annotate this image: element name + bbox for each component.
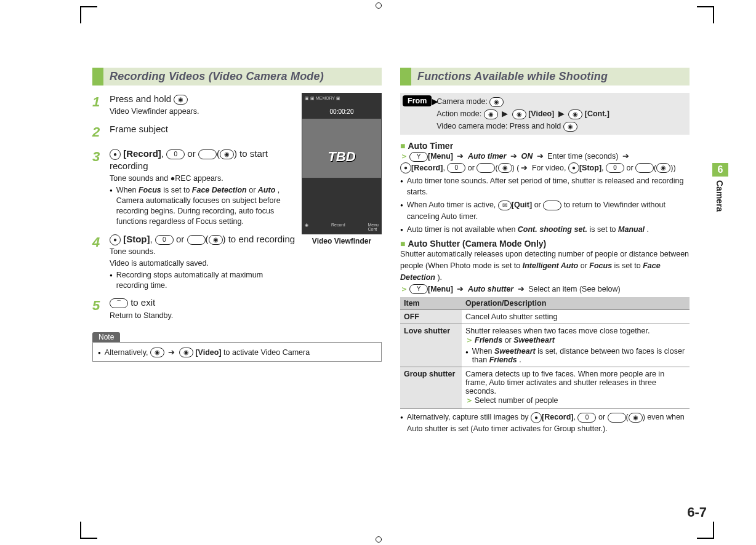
camera-key-icon: ◉ <box>174 95 188 105</box>
viewfinder-softkey-left: ◉ <box>305 223 308 231</box>
side-key-icon <box>635 163 654 173</box>
camera-key-icon: ◉ <box>656 163 670 173</box>
auto-timer-bullet-1: Auto timer tone sounds. After set period… <box>407 175 690 199</box>
heading-text: Recording Videos (Video Camera Mode) <box>103 68 382 86</box>
note-box: Alternatively, ◉ ➔ ◉ [Video] to activate… <box>92 342 382 362</box>
y-key-icon: Y <box>409 152 428 162</box>
y-key-icon: Y <box>409 284 428 294</box>
side-key-icon <box>608 413 626 423</box>
step-4-sub1: Tone sounds. <box>110 247 297 257</box>
page: Recording Videos (Video Camera Mode) ▣ ▣… <box>0 0 756 545</box>
step-5-tail: to exit <box>131 297 155 308</box>
center-key-icon: ● <box>110 149 121 160</box>
record-label: [Record] <box>123 148 161 159</box>
auto-shutter-tail: Alternatively, capture still images by ●… <box>407 412 690 435</box>
camera-key-icon: ◉ <box>498 163 512 173</box>
registration-mark <box>376 2 382 9</box>
note-label: Note <box>92 332 120 342</box>
registration-mark <box>376 536 382 543</box>
step-number: 3 <box>92 148 110 227</box>
step-2: 2 Frame subject <box>92 123 297 141</box>
viewfinder-image: ▣ ▣ MEMORY ▣ 00:00:20 TBD ◉ Record Menu … <box>302 93 382 234</box>
zero-key-icon: 0 <box>577 413 596 423</box>
table-header-desc: Operation/Description <box>462 297 690 310</box>
table-row: OFF Cancel Auto shutter setting <box>400 310 690 324</box>
zero-key-icon: 0 <box>155 235 174 245</box>
stop-label: [Stop] <box>123 234 150 244</box>
center-key-icon: ● <box>110 234 121 245</box>
heading-accent <box>92 68 103 86</box>
step-3-sub: Tone sounds and ●REC appears. <box>110 173 297 184</box>
crop-mark <box>80 538 97 539</box>
camera-key-icon: ◉ <box>484 109 498 119</box>
chapter-number: 6 <box>712 163 728 177</box>
side-key-icon <box>187 235 206 245</box>
table-row: Group shutter Camera detects up to five … <box>400 367 690 409</box>
arrow-icon: ➔ <box>166 348 177 357</box>
center-key-icon: ● <box>568 162 579 173</box>
step-1-sub: Video Viewfinder appears. <box>110 106 297 117</box>
crop-mark <box>80 522 81 539</box>
step-2-text: Frame subject <box>110 123 297 135</box>
mail-key-icon: ✉ <box>498 201 512 210</box>
side-key-icon <box>477 163 495 173</box>
table-row: Love shutter Shutter releases when two f… <box>400 324 690 367</box>
viewfinder-softkey-center: Record <box>331 223 345 231</box>
page-number: 6-7 <box>687 504 707 520</box>
play-icon: ▶ <box>500 109 510 118</box>
step-5: 5 ⌒ to exit Return to Standby. <box>92 296 382 320</box>
camera-key-icon: ◉ <box>179 348 193 357</box>
clear-key-icon <box>543 201 561 210</box>
crop-mark <box>80 6 97 7</box>
viewfinder-softkey-cont: Cont <box>368 227 377 231</box>
side-tab: 6 Camera <box>712 163 728 215</box>
center-key-icon: ● <box>531 412 542 423</box>
viewfinder-softkey-menu: Menu <box>368 223 379 227</box>
step-5-sub: Return to Standby. <box>110 311 382 321</box>
crop-mark <box>697 538 714 539</box>
step-number: 1 <box>92 93 110 117</box>
section-heading-recording: Recording Videos (Video Camera Mode) <box>92 68 382 86</box>
viewfinder-caption: Video Viewfinder <box>302 237 382 245</box>
step-4-sub2: Video is automatically saved. <box>110 258 297 269</box>
crop-mark <box>80 6 81 23</box>
viewfinder-timer: 00:00:20 <box>302 108 381 115</box>
auto-shutter-intro: Shutter automatically releases upon dete… <box>400 249 690 283</box>
auto-shutter-heading: ■Auto Shutter (Camera Mode Only) <box>400 239 690 249</box>
auto-timer-bullet-2: When Auto timer is active, ✉[Quit] or to… <box>407 199 690 223</box>
crop-mark <box>697 6 714 7</box>
step-3: 3 ● [Record], 0 or (◉) to start recordin… <box>92 148 297 227</box>
from-tag: From <box>403 95 432 106</box>
from-row: From Camera mode: ◉ Action mode: ◉ ▶ ◉ [… <box>400 93 690 135</box>
auto-shutter-path: ＞Y[Menu] ➔ Auto shutter ➔ Select an item… <box>400 284 690 295</box>
viewfinder-tbd: TBD <box>302 149 381 165</box>
zero-key-icon: 0 <box>166 149 185 159</box>
auto-timer-bullet-3: Auto timer is not available when Cont. s… <box>407 224 690 236</box>
left-column: Recording Videos (Video Camera Mode) ▣ ▣… <box>92 68 382 435</box>
heading-accent <box>400 68 411 86</box>
heading-text: Functions Available while Shooting <box>411 68 690 86</box>
step-number: 4 <box>92 233 110 291</box>
end-key-icon: ⌒ <box>110 298 128 308</box>
camera-key-icon: ◉ <box>512 109 526 119</box>
camera-key-icon: ◉ <box>489 97 504 107</box>
chapter-label: Camera <box>712 177 727 215</box>
step-4-bullet: Recording stops automatically at maximum… <box>116 270 297 291</box>
camera-key-icon: ◉ <box>563 122 577 132</box>
step-4-tail: to end recording <box>228 234 295 244</box>
table-header-item: Item <box>400 297 462 310</box>
step-4: 4 ● [Stop], 0 or (◉) to end recording To… <box>92 233 297 291</box>
auto-timer-heading: ■Auto Timer <box>400 141 690 151</box>
center-key-icon: ● <box>400 162 411 173</box>
zero-key-icon: 0 <box>447 163 465 173</box>
step-number: 5 <box>92 296 110 320</box>
camera-key-icon: ◉ <box>629 413 643 423</box>
side-key-icon <box>198 149 217 159</box>
crop-mark <box>713 522 714 539</box>
camera-key-icon: ◉ <box>209 235 223 245</box>
viewfinder-figure: ▣ ▣ MEMORY ▣ 00:00:20 TBD ◉ Record Menu … <box>302 93 382 245</box>
auto-shutter-table: Item Operation/Description OFF Cancel Au… <box>400 297 690 409</box>
camera-key-icon: ◉ <box>150 348 164 357</box>
auto-timer-path: ＞Y[Menu] ➔ Auto timer ➔ ON ➔ Enter time … <box>400 151 690 174</box>
step-1-text-pre: Press and hold <box>110 93 174 104</box>
